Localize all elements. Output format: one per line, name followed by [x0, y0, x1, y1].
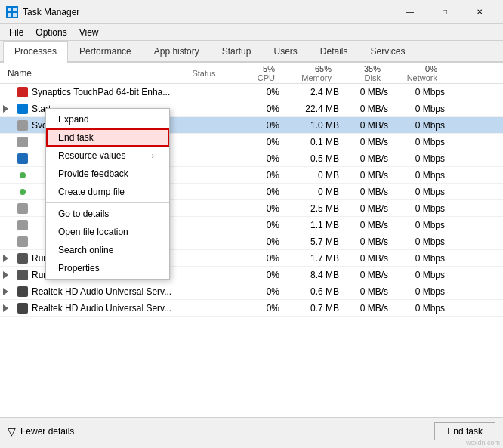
process-icon — [17, 86, 29, 98]
process-disk: 0 MB/s — [345, 236, 394, 247]
context-menu-item-label: End task — [58, 132, 94, 143]
tab-startup[interactable]: Startup — [211, 41, 263, 61]
process-cpu: 0% — [243, 187, 289, 197]
process-icon — [17, 169, 29, 181]
process-network: 0 Mbps — [394, 87, 451, 97]
process-name: Realtek HD Audio Universal Serv... — [32, 303, 183, 314]
fewer-details-button[interactable]: ▽ Fewer details — [8, 425, 74, 437]
process-memory: 0.6 MB — [289, 286, 345, 297]
process-memory: 5.7 MB — [289, 236, 345, 247]
table-row[interactable]: Realtek HD Audio Universal Serv...0%0.6 … — [0, 283, 503, 300]
menu-options[interactable]: Options — [29, 26, 73, 39]
process-icon — [17, 302, 29, 314]
process-memory: 22.4 MB — [289, 104, 345, 114]
col-disk[interactable]: 35% Disk — [336, 63, 385, 83]
tab-users[interactable]: Users — [262, 41, 308, 61]
process-network: 0 Mbps — [394, 303, 451, 314]
expand-indicator[interactable] — [0, 304, 11, 312]
process-cpu: 0% — [243, 220, 289, 230]
process-icon — [17, 153, 29, 165]
context-menu-item-label: Expand — [58, 114, 89, 125]
process-name: Realtek HD Audio Universal Serv... — [32, 286, 183, 297]
expand-arrow-icon — [3, 271, 8, 279]
process-memory: 8.4 MB — [289, 270, 345, 280]
svg-rect-0 — [8, 8, 11, 11]
minimize-button[interactable]: — — [393, 0, 427, 24]
expand-indicator[interactable] — [0, 255, 11, 262]
process-memory: 0 MB — [289, 170, 345, 181]
col-status[interactable]: Status — [174, 69, 234, 78]
table-row[interactable]: Realtek HD Audio Universal Serv...0%0.7 … — [0, 300, 503, 317]
svg-rect-3 — [13, 13, 17, 17]
status-dot-icon — [20, 172, 26, 178]
tab-performance[interactable]: Performance — [68, 41, 143, 61]
expand-indicator[interactable] — [0, 271, 11, 279]
process-disk: 0 MB/s — [345, 220, 394, 230]
close-button[interactable]: ✕ — [462, 0, 497, 24]
expand-indicator[interactable] — [0, 288, 11, 295]
process-disk: 0 MB/s — [345, 253, 394, 264]
context-menu-separator — [46, 202, 169, 203]
tab-details[interactable]: Details — [309, 41, 360, 61]
process-icon — [17, 269, 29, 281]
context-menu-item-properties[interactable]: Properties — [46, 259, 169, 277]
context-menu-item-provide-feedback[interactable]: Provide feedback — [46, 165, 169, 183]
menu-view[interactable]: View — [73, 26, 105, 39]
app-icon — [17, 303, 28, 314]
process-network: 0 Mbps — [394, 253, 451, 264]
process-icon — [17, 219, 29, 231]
process-cpu: 0% — [243, 87, 289, 97]
process-network: 0 Mbps — [394, 286, 451, 297]
menu-file[interactable]: File — [3, 26, 29, 39]
process-network: 0 Mbps — [394, 203, 451, 214]
process-disk: 0 MB/s — [345, 303, 394, 314]
process-memory: 0.5 MB — [289, 153, 345, 164]
context-menu-item-resource-values[interactable]: Resource values› — [46, 147, 169, 165]
end-task-button[interactable]: End task — [434, 422, 495, 440]
context-menu-item-create-dump-file[interactable]: Create dump file — [46, 183, 169, 201]
context-menu-item-search-online[interactable]: Search online — [46, 241, 169, 259]
context-menu-item-expand[interactable]: Expand — [46, 110, 169, 128]
app-icon — [17, 253, 28, 264]
app-icon — [17, 286, 28, 297]
col-name[interactable]: Name — [0, 63, 174, 83]
process-network: 0 Mbps — [394, 270, 451, 280]
bottom-bar: ▽ Fewer details End task — [0, 417, 503, 444]
table-row[interactable]: Synaptics TouchPad 64-bit Enha...0%2.4 M… — [0, 84, 503, 100]
process-disk: 0 MB/s — [345, 170, 394, 181]
process-cpu: 0% — [243, 286, 289, 297]
tab-processes[interactable]: Processes — [3, 41, 68, 63]
tab-bar: Processes Performance App history Startu… — [0, 41, 503, 63]
process-disk: 0 MB/s — [345, 87, 394, 97]
submenu-arrow-icon: › — [152, 152, 154, 160]
app-icon — [17, 87, 28, 97]
process-network: 0 Mbps — [394, 120, 451, 131]
column-headers: Name Status 5% CPU 65% Memory 35% Disk 0… — [0, 63, 503, 84]
col-cpu[interactable]: 5% CPU — [234, 63, 279, 83]
process-memory: 0.7 MB — [289, 303, 345, 314]
context-menu-item-label: Search online — [58, 245, 113, 255]
app-icon — [6, 6, 18, 18]
context-menu-item-go-to-details[interactable]: Go to details — [46, 205, 169, 223]
app-icon — [17, 220, 28, 230]
window-title: Task Manager — [23, 7, 393, 17]
svg-rect-2 — [8, 13, 11, 17]
process-disk: 0 MB/s — [345, 203, 394, 214]
process-cpu: 0% — [243, 153, 289, 164]
maximize-button[interactable]: □ — [427, 0, 462, 24]
tab-app-history[interactable]: App history — [143, 41, 211, 61]
context-menu: ExpandEnd taskResource values›Provide fe… — [45, 108, 170, 280]
process-memory: 1.7 MB — [289, 253, 345, 264]
process-memory: 2.4 MB — [289, 87, 345, 97]
process-network: 0 Mbps — [394, 187, 451, 197]
col-memory[interactable]: 65% Memory — [279, 63, 336, 83]
context-menu-item-label: Create dump file — [58, 187, 125, 197]
process-network: 0 Mbps — [394, 170, 451, 181]
menu-bar: File Options View — [0, 24, 503, 41]
col-network[interactable]: 0% Network — [385, 63, 442, 83]
context-menu-item-open-file-location[interactable]: Open file location — [46, 223, 169, 241]
tab-services[interactable]: Services — [360, 41, 417, 61]
expand-indicator[interactable] — [0, 105, 11, 113]
context-menu-item-end-task[interactable]: End task — [46, 128, 169, 147]
expand-arrow-icon — [3, 105, 8, 113]
